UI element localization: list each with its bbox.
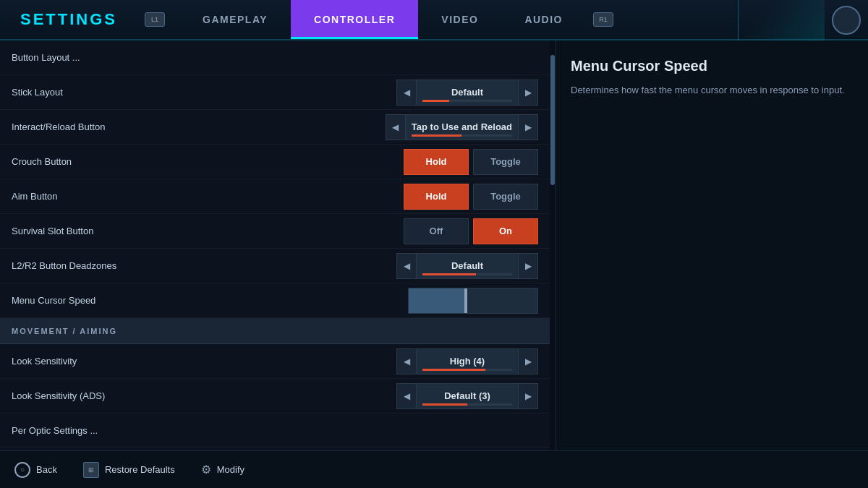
setting-label-per-optic: Per Optic Settings ... bbox=[12, 425, 538, 436]
settings-panel: Button Layout ... Stick Layout ◀ Default… bbox=[0, 40, 550, 450]
setting-row-look-sensitivity[interactable]: Look Sensitivity ◀ High (4) ▶ bbox=[0, 344, 550, 379]
footer: ○ Back ⊞ Restore Defaults ⚙ Modify bbox=[0, 450, 868, 488]
info-panel: Menu Cursor Speed Determines how fast th… bbox=[556, 40, 868, 450]
scrollbar-track[interactable] bbox=[550, 40, 556, 450]
nav-tabs: GAMEPLAY CONTROLLER VIDEO AUDIO bbox=[179, 0, 586, 39]
tab-audio[interactable]: AUDIO bbox=[501, 0, 586, 39]
restore-icon: ⊞ bbox=[83, 462, 99, 478]
look-sensitivity-control: ◀ High (4) ▶ bbox=[396, 348, 538, 374]
interact-reload-next[interactable]: ▶ bbox=[518, 114, 538, 140]
modify-button[interactable]: ⚙ Modify bbox=[201, 463, 244, 476]
crouch-hold-btn[interactable]: Hold bbox=[404, 149, 469, 175]
crouch-toggle-group: Hold Toggle bbox=[404, 149, 538, 175]
setting-row-aim[interactable]: Aim Button Hold Toggle bbox=[0, 179, 550, 214]
aim-toggle-btn[interactable]: Toggle bbox=[473, 184, 538, 210]
l2r2-next[interactable]: ▶ bbox=[518, 253, 538, 279]
restore-defaults-button[interactable]: ⊞ Restore Defaults bbox=[83, 462, 175, 478]
setting-row-button-layout[interactable]: Button Layout ... bbox=[0, 40, 550, 75]
header: SETTINGS L1 GAMEPLAY CONTROLLER VIDEO AU… bbox=[0, 0, 868, 40]
main-content: Button Layout ... Stick Layout ◀ Default… bbox=[0, 40, 868, 450]
tab-gameplay[interactable]: GAMEPLAY bbox=[179, 0, 291, 39]
setting-label-stick-layout: Stick Layout bbox=[12, 87, 396, 98]
look-sensitivity-prev[interactable]: ◀ bbox=[396, 348, 417, 374]
tab-controller[interactable]: CONTROLLER bbox=[291, 0, 418, 39]
survival-slot-on-btn[interactable]: On bbox=[473, 218, 538, 244]
setting-label-look-sensitivity-ads: Look Sensitivity (ADS) bbox=[12, 390, 396, 401]
setting-label-menu-cursor: Menu Cursor Speed bbox=[12, 295, 408, 306]
look-sensitivity-ads-prev[interactable]: ◀ bbox=[396, 383, 417, 409]
stick-layout-next[interactable]: ▶ bbox=[518, 80, 538, 106]
look-sensitivity-value: High (4) bbox=[417, 348, 518, 374]
info-panel-title: Menu Cursor Speed bbox=[571, 58, 854, 74]
setting-row-crouch[interactable]: Crouch Button Hold Toggle bbox=[0, 145, 550, 179]
back-icon: ○ bbox=[14, 462, 30, 478]
look-sensitivity-ads-next[interactable]: ▶ bbox=[518, 383, 538, 409]
stick-layout-value: Default bbox=[417, 80, 518, 106]
setting-label-button-layout: Button Layout ... bbox=[12, 52, 538, 63]
interact-reload-value: Tap to Use and Reload bbox=[406, 114, 518, 140]
menu-cursor-slider[interactable] bbox=[408, 288, 538, 314]
l2r2-value: Default bbox=[417, 253, 518, 279]
crouch-toggle-btn[interactable]: Toggle bbox=[473, 149, 538, 175]
restore-label: Restore Defaults bbox=[105, 464, 175, 475]
modify-icon: ⚙ bbox=[201, 463, 211, 476]
setting-row-per-optic[interactable]: Per Optic Settings ... bbox=[0, 414, 550, 448]
survival-slot-toggle-group: Off On bbox=[404, 218, 538, 244]
survival-slot-off-btn[interactable]: Off bbox=[404, 218, 469, 244]
look-sensitivity-next[interactable]: ▶ bbox=[518, 348, 538, 374]
setting-row-menu-cursor[interactable]: Menu Cursor Speed bbox=[0, 283, 550, 318]
interact-reload-prev[interactable]: ◀ bbox=[386, 114, 406, 140]
setting-row-l2r2[interactable]: L2/R2 Button Deadzones ◀ Default ▶ bbox=[0, 249, 550, 283]
stick-layout-control: ◀ Default ▶ bbox=[396, 80, 538, 106]
info-panel-description: Determines how fast the menu cursor move… bbox=[571, 83, 854, 98]
setting-row-stick-layout[interactable]: Stick Layout ◀ Default ▶ bbox=[0, 75, 550, 110]
aim-hold-btn[interactable]: Hold bbox=[404, 184, 469, 210]
stick-layout-prev[interactable]: ◀ bbox=[396, 80, 417, 106]
look-sensitivity-ads-control: ◀ Default (3) ▶ bbox=[396, 383, 538, 409]
aim-toggle-group: Hold Toggle bbox=[404, 184, 538, 210]
setting-label-crouch: Crouch Button bbox=[12, 156, 404, 167]
nav-icon-right: R1 bbox=[593, 12, 613, 27]
tab-video[interactable]: VIDEO bbox=[418, 0, 501, 39]
setting-row-interact-reload[interactable]: Interact/Reload Button ◀ Tap to Use and … bbox=[0, 110, 550, 145]
setting-row-look-sensitivity-ads[interactable]: Look Sensitivity (ADS) ◀ Default (3) ▶ bbox=[0, 379, 550, 414]
nav-icon-left: L1 bbox=[145, 12, 165, 27]
setting-label-aim: Aim Button bbox=[12, 191, 404, 202]
setting-row-survival-slot[interactable]: Survival Slot Button Off On bbox=[0, 214, 550, 249]
section-movement-aiming: MOVEMENT / AIMING bbox=[0, 318, 550, 344]
look-sensitivity-ads-value: Default (3) bbox=[417, 383, 518, 409]
setting-label-survival-slot: Survival Slot Button bbox=[12, 226, 404, 236]
app-title: SETTINGS bbox=[0, 10, 137, 29]
interact-reload-control: ◀ Tap to Use and Reload ▶ bbox=[386, 114, 538, 140]
setting-label-l2r2: L2/R2 Button Deadzones bbox=[12, 260, 396, 271]
setting-label-interact-reload: Interact/Reload Button bbox=[12, 121, 386, 132]
scrollbar-thumb[interactable] bbox=[550, 55, 555, 185]
l2r2-prev[interactable]: ◀ bbox=[396, 253, 417, 279]
back-label: Back bbox=[36, 464, 57, 475]
l2r2-control: ◀ Default ▶ bbox=[396, 253, 538, 279]
back-button[interactable]: ○ Back bbox=[14, 462, 57, 478]
header-accent bbox=[738, 0, 825, 40]
modify-label: Modify bbox=[217, 464, 244, 475]
setting-label-look-sensitivity: Look Sensitivity bbox=[12, 356, 396, 367]
corner-circle bbox=[832, 6, 861, 35]
